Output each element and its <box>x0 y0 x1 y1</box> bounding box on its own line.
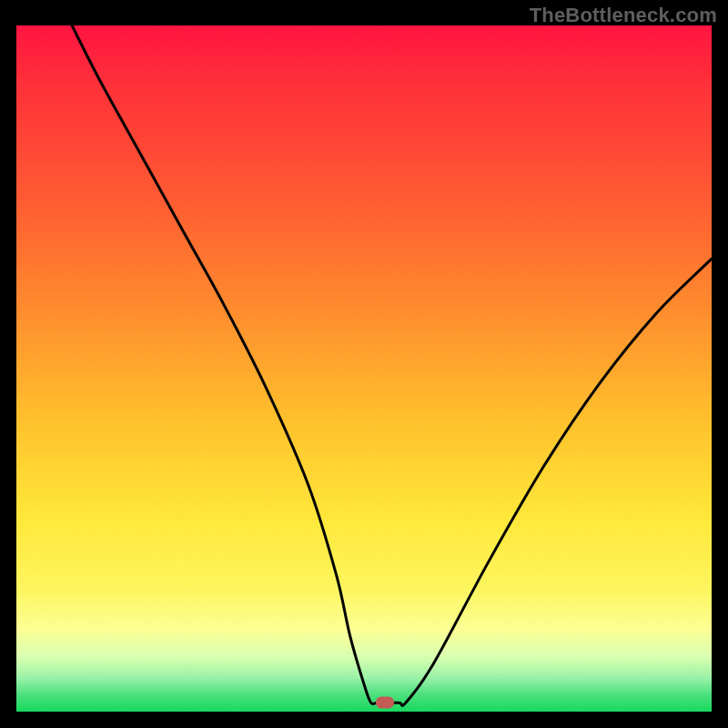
plot-area <box>16 25 712 712</box>
watermark-text: TheBottleneck.com <box>530 4 717 27</box>
bottleneck-curve <box>72 25 712 705</box>
optimal-point-marker <box>376 697 394 709</box>
curve-layer <box>16 25 712 712</box>
chart-frame: TheBottleneck.com <box>0 0 728 728</box>
